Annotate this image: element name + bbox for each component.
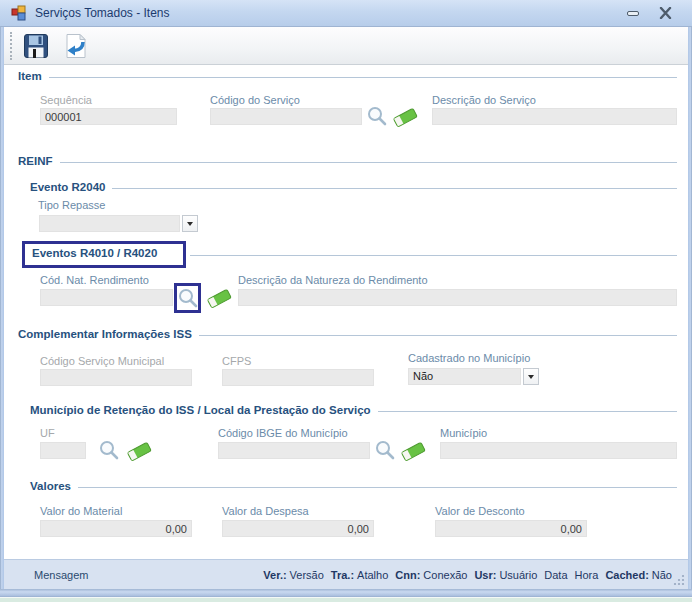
eraser-icon	[392, 106, 418, 128]
form-content: Item Sequência Código do Serviço Descriç…	[4, 65, 688, 559]
status-usr-label: Usr:	[474, 569, 496, 581]
cfps-input[interactable]	[222, 369, 374, 386]
codigo-ibge-search-button[interactable]	[374, 439, 396, 461]
status-data: Data	[544, 569, 567, 581]
cadastrado-municipio-label: Cadastrado no Município	[408, 352, 530, 364]
background-strip	[0, 597, 692, 602]
status-version-value: Versão	[290, 569, 324, 581]
descricao-servico-input[interactable]	[432, 108, 677, 125]
window: Serviços Tomados - Itens	[0, 0, 692, 602]
status-cnn-value: Conexão	[423, 569, 467, 581]
status-version: Ver.:Versão	[263, 569, 324, 581]
section-divider	[60, 162, 678, 163]
section-municipio-header: Município de Retenção do ISS / Local da …	[30, 404, 677, 416]
codigo-servico-input[interactable]	[210, 108, 362, 125]
section-r4010-title: Eventos R4010 / R4020	[32, 247, 157, 259]
close-button[interactable]	[654, 4, 676, 22]
uf-clear-button[interactable]	[126, 440, 152, 462]
section-valores-header: Valores	[30, 480, 677, 492]
section-r2040-title: Evento R2040	[30, 181, 105, 193]
cfps-label: CFPS	[222, 355, 251, 367]
status-info: Ver.:Versão Tra.:Atalho Cnn:Conexão Usr:…	[263, 569, 672, 581]
codigo-servico-municipal-label: Código Serviço Municipal	[40, 355, 164, 367]
status-message: Mensagem	[34, 569, 88, 581]
window-title: Serviços Tomados - Itens	[35, 6, 170, 20]
codigo-servico-search-button[interactable]	[366, 105, 388, 127]
codigo-ibge-label: Código IBGE do Município	[218, 427, 348, 439]
section-divider	[112, 188, 677, 189]
valor-desconto-input[interactable]	[435, 520, 587, 537]
chevron-down-icon	[528, 375, 534, 379]
section-divider	[378, 411, 677, 412]
floppy-disk-icon	[22, 32, 50, 60]
section-item-header: Item	[18, 70, 677, 82]
return-button[interactable]	[59, 30, 93, 62]
tipo-repasse-dropdown-button[interactable]	[182, 215, 198, 232]
status-tra-label: Tra.:	[331, 569, 354, 581]
cod-nat-rendimento-clear-button[interactable]	[206, 287, 232, 309]
uf-search-button[interactable]	[98, 439, 120, 461]
section-municipio-title: Município de Retenção do ISS / Local da …	[30, 404, 371, 416]
status-version-label: Ver.:	[263, 569, 286, 581]
tipo-repasse-combobox[interactable]	[39, 215, 180, 232]
tipo-repasse-label: Tipo Repasse	[38, 199, 105, 211]
valor-despesa-label: Valor da Despesa	[222, 505, 309, 517]
window-border-right	[688, 0, 692, 597]
valor-desconto-label: Valor de Desconto	[435, 505, 525, 517]
uf-input[interactable]	[40, 442, 86, 459]
cadastrado-municipio-combobox[interactable]: Não	[408, 368, 521, 385]
descricao-natureza-label: Descrição da Natureza do Rendimento	[238, 274, 428, 286]
page-return-arrow-icon	[62, 32, 90, 60]
section-reinf-title: REINF	[18, 155, 53, 167]
codigo-ibge-clear-button[interactable]	[400, 440, 426, 462]
descricao-servico-label: Descrição do Serviço	[432, 94, 536, 106]
chevron-down-icon	[187, 222, 193, 226]
minimize-icon	[627, 11, 639, 16]
cod-nat-rendimento-input[interactable]	[40, 289, 173, 306]
section-divider	[199, 335, 677, 336]
sequencia-input[interactable]	[40, 108, 177, 125]
section-reinf-header: REINF	[18, 155, 677, 167]
eraser-icon	[206, 287, 232, 309]
sequencia-label: Sequência	[40, 94, 92, 106]
status-usr: Usr:Usuário	[474, 569, 537, 581]
cod-nat-rendimento-label: Cód. Nat. Rendimento	[40, 274, 149, 286]
search-icon	[374, 439, 396, 461]
valor-material-input[interactable]	[40, 520, 192, 537]
toolbar	[4, 27, 688, 65]
status-data-value: Data	[544, 569, 567, 581]
uf-label: UF	[40, 427, 55, 439]
search-icon	[98, 439, 120, 461]
status-hora-value: Hora	[575, 569, 599, 581]
window-border-left	[0, 0, 4, 597]
toolbar-grip[interactable]	[10, 32, 13, 60]
section-divider	[190, 255, 677, 256]
municipio-input[interactable]	[440, 442, 677, 459]
cod-nat-rendimento-search-button[interactable]	[177, 287, 199, 309]
codigo-servico-municipal-input[interactable]	[40, 369, 192, 386]
minimize-button[interactable]	[622, 4, 644, 22]
save-button[interactable]	[19, 30, 53, 62]
resize-grip[interactable]	[673, 574, 685, 586]
section-divider	[49, 77, 677, 78]
status-cnn-label: Cnn:	[395, 569, 420, 581]
valor-despesa-input[interactable]	[222, 520, 374, 537]
status-cached: Cached:Não	[605, 569, 672, 581]
window-border-bottom	[0, 589, 692, 597]
section-item-title: Item	[18, 70, 42, 82]
status-usr-value: Usuário	[499, 569, 537, 581]
eraser-icon	[126, 440, 152, 462]
search-icon	[177, 287, 199, 309]
section-divider	[78, 487, 677, 488]
descricao-natureza-input[interactable]	[238, 289, 677, 306]
status-tra-value: Atalho	[357, 569, 388, 581]
codigo-ibge-input[interactable]	[218, 442, 370, 459]
valor-material-label: Valor do Material	[40, 505, 122, 517]
status-cached-label: Cached:	[605, 569, 648, 581]
cadastrado-municipio-dropdown-button[interactable]	[523, 368, 539, 385]
codigo-servico-label: Código do Serviço	[210, 94, 300, 106]
app-icon	[11, 5, 27, 21]
municipio-label: Município	[440, 427, 487, 439]
codigo-servico-clear-button[interactable]	[392, 106, 418, 128]
section-iss-title: Complementar Informações ISS	[18, 328, 192, 340]
